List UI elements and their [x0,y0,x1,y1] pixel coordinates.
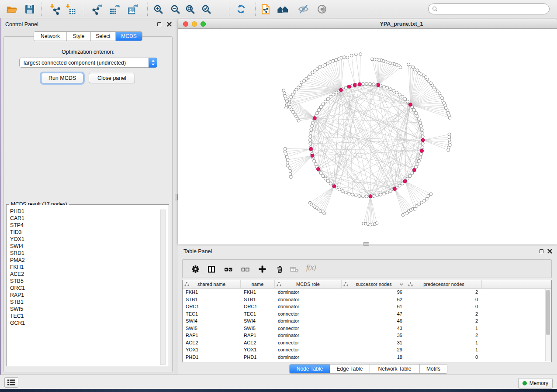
table-row[interactable]: ACE2ACE2connector311 [183,339,551,347]
import-table-button[interactable] [62,1,78,17]
close-panel-button[interactable]: Close panel [89,73,135,83]
mcds-list-scrollbar[interactable] [160,210,166,365]
mcds-result-item[interactable]: CAR1 [10,215,168,222]
table-cell: SWI4 [183,318,241,323]
save-session-button[interactable] [22,1,38,17]
table-row[interactable]: PHD1PHD1dominator180 [183,354,551,361]
mcds-result-item[interactable]: ACE2 [10,271,168,278]
mcds-result-item[interactable]: FKH1 [10,264,168,271]
zoom-fit-button[interactable] [182,1,198,17]
column-header-successor-nodes[interactable]: successor nodes [342,280,406,288]
table-scrollbar-thumb[interactable] [546,290,550,335]
column-header-shared-name[interactable]: shared name [183,280,241,288]
control-panel-float-button[interactable] [156,21,162,27]
table-row[interactable]: RAP1RAP1dominator352 [183,332,551,339]
window-zoom-button[interactable] [201,21,206,27]
network-canvas[interactable] [178,29,557,244]
delete-column-button[interactable] [275,265,284,273]
mcds-result-item[interactable]: GCR1 [10,320,168,327]
table-cell: 0 [406,304,482,309]
column-header-MCDS-role[interactable]: MCDS role [275,280,342,288]
mcds-result-item[interactable]: PHD1 [10,208,168,215]
add-column-button[interactable] [258,265,266,273]
network-snapshot-button[interactable] [258,1,273,17]
hide-graphics-button[interactable] [295,1,311,17]
vertical-splitter-grip[interactable] [175,194,178,200]
memory-button[interactable]: Memory [518,378,553,389]
mcds-result-item[interactable]: ORC1 [10,285,168,292]
mcds-result-item[interactable]: TEC1 [10,313,168,320]
horizontal-splitter-grip[interactable] [363,242,369,246]
run-mcds-button[interactable]: Run MCDS [41,73,83,83]
export-table-button[interactable] [107,1,122,17]
table-cell: YOX1 [183,347,241,352]
mcds-result-item[interactable]: RAP1 [10,292,168,299]
table-cell: ACE2 [241,340,275,345]
table-panel-close-button[interactable] [547,248,553,254]
control-tab-network[interactable]: Network [34,32,67,41]
network-window-titlebar[interactable]: YPA_prune.txt_1 [178,19,557,29]
table-tab-motifs[interactable]: Motifs [420,364,447,373]
network-window-title: YPA_prune.txt_1 [380,21,423,27]
list-icon [7,379,15,385]
table-row[interactable]: FKH1FKH1dominator962 [183,289,551,296]
network-graph[interactable] [178,29,557,244]
criterion-dropdown[interactable]: largest connected component (undirected) [19,58,157,68]
welcome-screen-button[interactable] [275,1,291,17]
table-cell: 18 [342,354,406,360]
table-row[interactable]: TEC1TEC1connector472 [183,310,551,318]
show-column-button[interactable] [207,265,216,273]
mcds-result-item[interactable]: PMA2 [10,257,168,264]
search-input[interactable] [440,5,549,13]
control-panel-close-button[interactable] [166,21,172,27]
table-options-button[interactable] [191,265,200,273]
table-row[interactable]: ORC1ORC1dominator610 [183,303,551,310]
export-network-button[interactable] [89,1,105,17]
window-minimize-button[interactable] [192,21,197,27]
mcds-result-item[interactable]: STP4 [10,222,168,229]
select-all-button[interactable] [224,265,233,273]
table-panel-title: Table Panel [183,248,212,254]
table-cell: 62 [342,297,406,302]
mcds-result-item[interactable]: TID3 [10,229,168,236]
import-network-button[interactable] [46,1,62,17]
column-header-name[interactable]: name [241,280,275,288]
window-close-button[interactable] [183,21,188,27]
zoom-in-button[interactable] [150,1,166,17]
task-history-button[interactable] [4,377,18,388]
control-tab-style[interactable]: Style [67,32,91,41]
mcds-result-item[interactable]: YOX1 [10,236,168,243]
mcds-result-item[interactable]: STB1 [10,299,168,306]
unchecked-boxes-icon [241,265,250,273]
table-row[interactable]: SWI5SWI5connector431 [183,325,551,332]
mcds-result-item[interactable]: SRD1 [10,250,168,257]
table-cell: TEC1 [183,311,241,316]
zoom-out-button[interactable] [167,1,183,17]
refresh-icon [235,3,247,15]
table-row[interactable]: STB1STB1dominator620 [183,296,551,303]
control-tab-mcds[interactable]: MCDS [116,32,142,41]
mcds-result-item[interactable]: SWI4 [10,243,168,250]
column-split-icon [208,265,215,273]
refresh-view-button[interactable] [233,1,249,17]
import-network-icon [48,3,60,15]
column-header-predecessor-nodes[interactable]: predecessor nodes [406,280,482,288]
mcds-result-list[interactable]: PHD1CAR1STP4TID3YOX1SWI4SRD1PMA2FKH1ACE2… [7,205,168,365]
table-tab-node-table[interactable]: Node Table [290,364,330,373]
table-cell: 1 [406,340,482,345]
show-graphics-button[interactable] [314,1,330,17]
table-scrollbar[interactable] [545,289,551,361]
mcds-result-item[interactable]: SWI5 [10,306,168,313]
table-row[interactable]: SWI4SWI4dominator462 [183,317,551,325]
table-tab-network-table[interactable]: Network Table [370,364,420,373]
unselect-all-button[interactable] [241,265,250,273]
table-panel-float-button[interactable] [538,248,544,254]
mcds-result-item[interactable]: STB5 [10,278,168,285]
export-image-button[interactable] [125,1,141,17]
table-cell: RAP1 [183,333,241,338]
table-tab-edge-table[interactable]: Edge Table [330,364,370,373]
open-file-button[interactable] [3,1,19,17]
table-row[interactable]: YOX1YOX1connector291 [183,346,551,354]
control-tab-select[interactable]: Select [91,32,116,41]
zoom-selected-button[interactable] [198,1,214,17]
